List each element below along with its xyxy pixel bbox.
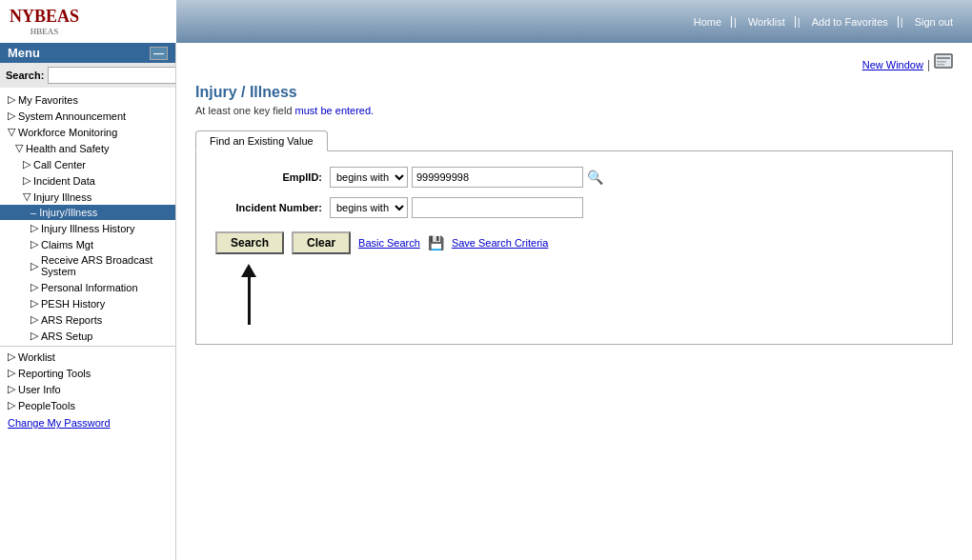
sidebar-item-call-center[interactable]: ▷ Call Center <box>0 156 175 172</box>
arrow-icon: ▷ <box>8 383 15 395</box>
new-window-bar: New Window | <box>195 52 953 76</box>
svg-rect-3 <box>937 64 944 66</box>
arrow-icon: ▷ <box>8 399 15 411</box>
arrow-icon: ▷ <box>8 110 15 122</box>
http-icon[interactable] <box>934 52 953 76</box>
logo-subtext: HBEAS <box>10 27 79 36</box>
new-window-link[interactable]: New Window <box>862 59 923 70</box>
save-icon: 💾 <box>428 235 444 250</box>
search-label: Search: <box>6 70 44 81</box>
sidebar-item-claims-mgt[interactable]: ▷ Claims Mgt <box>0 236 175 252</box>
arrow-icon: ▷ <box>8 367 15 379</box>
header-nav-links: Home | Worklist | Add to Favorites | Sig… <box>684 16 962 28</box>
sidebar-item-injury-illness-history[interactable]: ▷ Injury Illness History <box>0 220 175 236</box>
sidebar-item-reporting-tools[interactable]: ▷ Reporting Tools <box>0 365 175 381</box>
sidebar-item-worklist[interactable]: ▷ Worklist <box>0 349 175 365</box>
incident-number-label: Incident Number: <box>215 202 330 213</box>
incident-number-row: Incident Number: begins with contains = … <box>215 197 933 218</box>
sidebar-item-incident-data[interactable]: ▷ Incident Data <box>0 172 175 189</box>
nav-home[interactable]: Home <box>684 16 732 28</box>
emplid-operator[interactable]: begins with contains = not = ends with <box>330 167 408 188</box>
arrow-icon: ▷ <box>30 297 38 310</box>
clear-button[interactable]: Clear <box>292 231 351 254</box>
arrow-icon: ▽ <box>23 190 30 203</box>
arrow-icon: ▷ <box>30 330 38 342</box>
tab-container: Find an Existing Value <box>195 130 953 150</box>
sidebar: Menu — Search: ▶▶ ▷ My Favorites ▷ Syste… <box>0 43 176 560</box>
arrow-head <box>241 264 256 277</box>
sidebar-item-ars-reports[interactable]: ▷ ARS Reports <box>0 311 175 328</box>
search-input[interactable] <box>48 67 176 84</box>
arrow-icon: ▷ <box>30 281 38 293</box>
arrow-icon: ▷ <box>8 350 15 363</box>
basic-search-link[interactable]: Basic Search <box>358 237 420 249</box>
sidebar-menu-header: Menu — <box>0 43 175 63</box>
arrow-icon: ▷ <box>23 158 30 170</box>
emplid-search-icon[interactable]: 🔍 <box>587 170 603 185</box>
incident-number-input[interactable] <box>412 197 583 218</box>
main-content: New Window | Injury / Illness At least o… <box>176 43 972 560</box>
incident-number-operator[interactable]: begins with contains = not = ends with <box>330 197 408 218</box>
header-nav: Home | Worklist | Add to Favorites | Sig… <box>176 0 972 43</box>
sidebar-item-ars-setup[interactable]: ▷ ARS Setup <box>0 328 175 344</box>
arrow-icon: ▽ <box>15 142 23 154</box>
sidebar-item-personal-info[interactable]: ▷ Personal Information <box>0 279 175 295</box>
subtitle-text: At least one key field <box>195 105 293 116</box>
logo-area: NYBEAS HBEAS <box>0 0 176 43</box>
search-form: EmplID: begins with contains = not = end… <box>195 150 953 345</box>
emplid-row: EmplID: begins with contains = not = end… <box>215 167 933 188</box>
arrow-icon: ▷ <box>30 222 38 234</box>
arrow-icon: ▷ <box>30 313 38 326</box>
button-row: Search Clear Basic Search 💾 Save Search … <box>215 231 933 254</box>
sidebar-item-pesh-history[interactable]: ▷ PESH History <box>0 295 175 311</box>
nav-add-favorites[interactable]: Add to Favorites <box>802 16 899 28</box>
tab-find-existing[interactable]: Find an Existing Value <box>195 130 328 151</box>
sidebar-item-user-info[interactable]: ▷ User Info <box>0 381 175 397</box>
save-search-link[interactable]: Save Search Criteria <box>452 237 549 249</box>
sidebar-item-injury-illness[interactable]: – Injury/Illness <box>0 205 175 220</box>
minimize-button[interactable]: — <box>150 47 168 60</box>
sidebar-item-people-tools[interactable]: ▷ PeopleTools <box>0 397 175 413</box>
emplid-input[interactable] <box>412 167 583 188</box>
menu-label: Menu <box>8 46 40 60</box>
sidebar-item-workforce-monitoring[interactable]: ▽ Workforce Monitoring <box>0 124 175 140</box>
nav-worklist[interactable]: Worklist <box>739 16 796 28</box>
sidebar-item-receive-ars[interactable]: ▷ Receive ARS Broadcast System <box>0 252 175 279</box>
sidebar-nav: ▷ My Favorites ▷ System Announcement ▽ W… <box>0 88 175 436</box>
sidebar-search-area: Search: ▶▶ <box>0 63 175 88</box>
sidebar-item-my-favorites[interactable]: ▷ My Favorites <box>0 91 175 108</box>
arrow-icon: ▷ <box>8 93 15 106</box>
page-title: Injury / Illness <box>195 84 953 101</box>
sidebar-item-injury-illness-group[interactable]: ▽ Injury Illness <box>0 189 175 205</box>
sidebar-item-health-safety[interactable]: ▽ Health and Safety <box>0 140 175 156</box>
svg-rect-1 <box>937 57 950 59</box>
svg-rect-2 <box>937 61 946 63</box>
emplid-label: EmplID: <box>215 171 330 183</box>
arrow-shaft <box>248 277 251 325</box>
page-subtitle: At least one key field must be entered. <box>195 105 953 116</box>
arrow-icon: ▽ <box>8 126 15 138</box>
logo-text: NYBEAS <box>10 7 79 27</box>
arrow-annotation <box>239 264 258 325</box>
sidebar-item-system-announcement[interactable]: ▷ System Announcement <box>0 108 175 124</box>
search-button[interactable]: Search <box>215 231 284 254</box>
nav-sign-out[interactable]: Sign out <box>905 16 962 28</box>
arrow-icon: ▷ <box>23 174 30 187</box>
arrow-icon: ▷ <box>30 238 38 250</box>
change-password-link[interactable]: Change My Password <box>0 413 175 432</box>
required-text: must be entered. <box>295 105 375 116</box>
arrow-icon: ▷ <box>30 260 38 272</box>
separator: | <box>927 58 930 71</box>
